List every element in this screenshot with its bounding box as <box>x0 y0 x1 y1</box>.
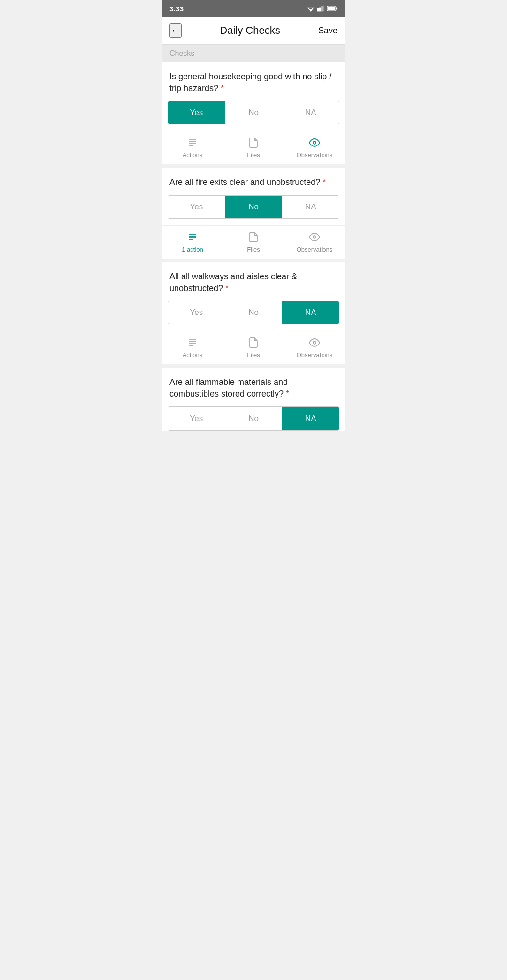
files-item-3[interactable]: Files <box>223 336 284 359</box>
actions-label-2: 1 action <box>182 246 203 253</box>
observations-icon-2 <box>308 230 321 244</box>
observations-item-3[interactable]: Observations <box>284 336 345 359</box>
observations-icon-3 <box>308 336 321 349</box>
action-row-3: Actions Files Observations <box>162 331 345 364</box>
required-star-1: * <box>218 84 224 93</box>
yes-button-1[interactable]: Yes <box>168 101 225 124</box>
signal-icon <box>317 5 325 12</box>
na-button-3[interactable]: NA <box>282 301 339 324</box>
actions-icon-2 <box>186 230 199 244</box>
status-time: 3:33 <box>169 5 184 13</box>
actions-label-3: Actions <box>183 352 203 359</box>
required-star-2: * <box>320 177 326 187</box>
required-star-4: * <box>284 389 289 398</box>
files-label-1: Files <box>247 152 260 159</box>
svg-rect-5 <box>321 6 323 11</box>
check-question-4: Are all flammable materials and combusti… <box>162 368 345 406</box>
no-button-2[interactable]: No <box>225 196 283 218</box>
observations-label-1: Observations <box>297 152 333 159</box>
action-row-2: 1 action Files Observations <box>162 225 345 259</box>
actions-label-1: Actions <box>183 152 203 159</box>
files-item-2[interactable]: Files <box>223 230 284 253</box>
yes-button-3[interactable]: Yes <box>168 301 225 324</box>
svg-rect-6 <box>323 6 324 12</box>
yna-row-2: Yes No NA <box>168 195 339 219</box>
svg-rect-8 <box>336 7 338 9</box>
svg-rect-4 <box>319 8 321 12</box>
svg-rect-3 <box>317 8 319 11</box>
observations-item-2[interactable]: Observations <box>284 230 345 253</box>
yna-row-4: Yes No NA <box>168 406 339 431</box>
files-icon-2 <box>247 230 260 244</box>
no-button-3[interactable]: No <box>225 301 283 324</box>
no-button-4[interactable]: No <box>225 407 283 430</box>
check-card-3: All all walkways and aisles clear & unob… <box>162 262 345 364</box>
yna-row-3: Yes No NA <box>168 301 339 324</box>
observations-label-2: Observations <box>297 246 333 253</box>
svg-point-14 <box>313 141 316 144</box>
battery-icon <box>327 6 338 11</box>
back-button[interactable]: ← <box>169 23 182 38</box>
section-header: Checks <box>162 45 345 62</box>
files-icon-3 <box>247 336 260 349</box>
app-header: ← Daily Checks Save <box>162 17 345 45</box>
save-button[interactable]: Save <box>318 26 338 36</box>
actions-icon-3 <box>186 336 199 349</box>
check-card-2: Are all fire exits clear and unobstructe… <box>162 168 345 258</box>
svg-marker-2 <box>309 9 313 12</box>
wifi-icon <box>307 5 315 12</box>
actions-item-3[interactable]: Actions <box>162 336 223 359</box>
check-question-3: All all walkways and aisles clear & unob… <box>162 262 345 301</box>
observations-item-1[interactable]: Observations <box>284 136 345 159</box>
actions-item-2[interactable]: 1 action <box>162 230 223 253</box>
observations-icon-1 <box>308 136 321 149</box>
yes-button-2[interactable]: Yes <box>168 196 225 218</box>
page-title: Daily Checks <box>220 24 280 37</box>
files-icon-1 <box>247 136 260 149</box>
files-item-1[interactable]: Files <box>223 136 284 159</box>
actions-item-1[interactable]: Actions <box>162 136 223 159</box>
check-question-2: Are all fire exits clear and unobstructe… <box>162 168 345 195</box>
na-button-2[interactable]: NA <box>282 196 339 218</box>
svg-point-24 <box>313 341 316 344</box>
yna-row-1: Yes No NA <box>168 101 339 124</box>
action-row-1: Actions Files Observations <box>162 131 345 164</box>
files-label-2: Files <box>247 246 260 253</box>
files-label-3: Files <box>247 352 260 359</box>
svg-point-19 <box>313 236 316 238</box>
status-icons <box>307 5 338 12</box>
check-question-1: Is general housekeeping good with no sli… <box>162 62 345 101</box>
actions-icon-1 <box>186 136 199 149</box>
observations-label-3: Observations <box>297 352 333 359</box>
yes-button-4[interactable]: Yes <box>168 407 225 430</box>
required-star-3: * <box>223 283 229 293</box>
na-button-1[interactable]: NA <box>282 101 339 124</box>
status-bar: 3:33 <box>162 0 345 17</box>
check-card-1: Is general housekeeping good with no sli… <box>162 62 345 164</box>
na-button-4[interactable]: NA <box>282 407 339 430</box>
no-button-1[interactable]: No <box>225 101 283 124</box>
svg-rect-9 <box>328 7 335 10</box>
check-card-4: Are all flammable materials and combusti… <box>162 368 345 431</box>
